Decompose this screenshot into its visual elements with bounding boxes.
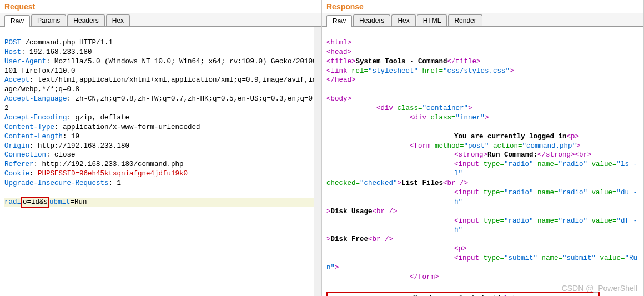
v-radio3: "radio" bbox=[504, 217, 534, 225]
tag-input4: <input bbox=[454, 254, 479, 262]
a-name1: name= bbox=[534, 160, 559, 168]
hdr-ref: Referer bbox=[4, 160, 34, 168]
gt5: > bbox=[326, 208, 331, 215]
hdr-accept: Accept bbox=[4, 76, 29, 84]
gt2: > bbox=[485, 114, 489, 122]
response-tabs: Raw Headers Hex HTML Render bbox=[322, 13, 643, 27]
a-name3: name= bbox=[534, 217, 559, 225]
hdr-host-v: : 192.168.233.180 bbox=[21, 48, 92, 56]
hdr-accept-v: : text/html,application/xhtml+xml,applic… bbox=[4, 76, 317, 93]
a-name4: name= bbox=[537, 254, 562, 262]
hdr-enc: Accept-Encoding bbox=[4, 114, 67, 122]
selected-text: You have selected: id bbox=[413, 294, 501, 297]
v-name2: "radio" bbox=[559, 189, 588, 197]
tab-hex-resp[interactable]: Hex bbox=[391, 14, 415, 26]
request-body-line: radio=id&submit=Run bbox=[4, 198, 317, 207]
body-ubmit: ubmit bbox=[49, 198, 71, 206]
attr-method: method= bbox=[431, 142, 464, 150]
tab-html-resp[interactable]: HTML bbox=[417, 14, 447, 26]
title-text: System Tools - Command bbox=[356, 58, 447, 66]
hdr-ct: Content-Type bbox=[4, 123, 54, 131]
tag-close: > bbox=[510, 67, 514, 75]
scrollbar[interactable] bbox=[314, 27, 321, 296]
response-content[interactable]: <html> <head> <title>System Tools - Comm… bbox=[322, 27, 643, 296]
tag-title-c: </title> bbox=[447, 58, 481, 66]
logged-in-text: You are currently logged in bbox=[454, 133, 567, 141]
tab-params[interactable]: Params bbox=[31, 14, 66, 26]
request-content[interactable]: POST /command.php HTTP/1.1 Host: 192.168… bbox=[0, 27, 321, 296]
diskfree-text: Disk Free bbox=[331, 235, 369, 243]
v-submit-n: "submit" bbox=[562, 254, 596, 262]
tag-div2: <div bbox=[410, 114, 426, 122]
result-highlight: You have selected: id<br> <br /><pre>uid… bbox=[326, 292, 600, 297]
gt3: > bbox=[576, 142, 581, 150]
tab-headers[interactable]: Headers bbox=[67, 14, 104, 26]
hdr-upg-v: : 1 bbox=[109, 179, 122, 187]
response-panel: Response Raw Headers Hex HTML Render <ht… bbox=[322, 0, 644, 296]
v-submit: "submit" bbox=[504, 254, 537, 262]
gt6: > bbox=[326, 235, 331, 243]
tab-render-resp[interactable]: Render bbox=[448, 14, 482, 26]
hdr-ua: User-Agent bbox=[4, 58, 46, 66]
gt: > bbox=[468, 104, 472, 112]
tag-strong-c: </strong> bbox=[537, 151, 575, 159]
gt7: > bbox=[335, 264, 339, 272]
tag-form: <form bbox=[410, 142, 431, 150]
attr-cmdphp: "command.php" bbox=[522, 142, 577, 150]
br3: <br /> bbox=[368, 235, 393, 243]
hdr-enc-v: : gzip, deflate bbox=[67, 114, 130, 122]
gt4: > bbox=[398, 179, 402, 187]
tab-raw-resp[interactable]: Raw bbox=[326, 15, 352, 27]
request-tabs: Raw Params Headers Hex bbox=[0, 13, 321, 27]
br2: <br /> bbox=[373, 208, 398, 215]
a-type1: type= bbox=[479, 160, 504, 168]
tag-p2: <p> bbox=[454, 245, 467, 253]
attr-href-v: "css/styles.css" bbox=[443, 67, 510, 75]
hdr-conn-v: : close bbox=[46, 151, 76, 159]
tab-raw[interactable]: Raw bbox=[4, 15, 30, 27]
injection-highlight: o=id&s bbox=[21, 197, 49, 208]
req-line: /command.php HTTP/1.1 bbox=[21, 39, 113, 47]
attr-post: "post" bbox=[464, 142, 489, 150]
tag-head-c: </head> bbox=[326, 76, 356, 84]
attr-rel: rel= bbox=[348, 67, 369, 75]
v-name3: "radio" bbox=[559, 217, 588, 225]
v-radio1: "radio" bbox=[504, 160, 534, 168]
tag-strong: <strong> bbox=[454, 151, 487, 159]
attr-href: href= bbox=[418, 67, 443, 75]
a-val1: value= bbox=[587, 160, 617, 168]
a-val4: value= bbox=[596, 254, 625, 262]
hdr-ua-v: : Mozilla/5.0 (Windows NT 10.0; Win64; x… bbox=[4, 58, 317, 75]
a-val2: value= bbox=[587, 189, 617, 197]
tag-input1: <input bbox=[454, 160, 479, 168]
tab-headers-resp[interactable]: Headers bbox=[353, 14, 390, 26]
br1: <br /> bbox=[443, 179, 468, 187]
body-box: o=id&s bbox=[23, 198, 48, 206]
diskusage-text: Disk Usage bbox=[331, 208, 373, 215]
v-radio2: "radio" bbox=[504, 189, 534, 197]
tag-form-c: </form> bbox=[410, 273, 439, 281]
a-type3: type= bbox=[479, 217, 504, 225]
attr-class: class= bbox=[393, 104, 422, 112]
hdr-host: Host bbox=[4, 48, 21, 56]
hdr-ref-v: : http://192.168.233.180/command.php bbox=[34, 160, 184, 168]
hdr-ct-v: : application/x-www-form-urlencoded bbox=[54, 123, 200, 131]
attr-rel-v: "stylesheet" bbox=[368, 67, 418, 75]
hdr-cookie-v: PHPSESSID=96eh45ktsqniafgne4jdfu19k0 bbox=[38, 170, 188, 178]
tag-body: <body> bbox=[326, 95, 351, 103]
method: POST bbox=[4, 39, 21, 47]
attr-inner: "inner" bbox=[456, 114, 485, 122]
hdr-cl: Content-Length bbox=[4, 133, 63, 141]
tag-input3: <input bbox=[454, 217, 479, 225]
a-type4: type= bbox=[479, 254, 504, 262]
tag-link: <link bbox=[326, 67, 348, 75]
a-val3: value= bbox=[587, 217, 617, 225]
body-radi: radi bbox=[4, 198, 21, 206]
request-panel: Request Raw Params Headers Hex POST /com… bbox=[0, 0, 322, 296]
listfiles-text: List Files bbox=[401, 179, 443, 187]
hdr-conn: Connection bbox=[4, 151, 46, 159]
tag-html: <html> bbox=[326, 39, 351, 47]
tab-hex[interactable]: Hex bbox=[106, 14, 130, 26]
response-title: Response bbox=[322, 0, 643, 13]
hdr-upg: Upgrade-Insecure-Requests bbox=[4, 179, 109, 187]
